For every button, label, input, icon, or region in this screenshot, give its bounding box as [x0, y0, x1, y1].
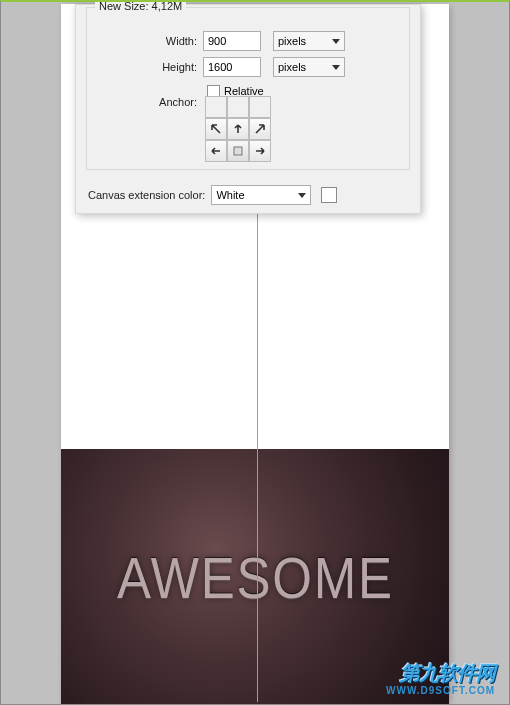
- extension-color-swatch[interactable]: [321, 187, 337, 203]
- arrow-up-icon: [231, 122, 245, 136]
- anchor-label: Anchor:: [87, 96, 203, 108]
- anchor-mid[interactable]: [227, 118, 249, 140]
- anchor-top[interactable]: [227, 96, 249, 118]
- extension-color-row: Canvas extension color: White: [88, 185, 337, 205]
- dropdown-arrow-icon: [298, 193, 306, 198]
- anchor-grid: [205, 96, 271, 162]
- anchor-top-left[interactable]: [205, 96, 227, 118]
- anchor-mid-right[interactable]: [249, 118, 271, 140]
- height-unit-select[interactable]: pixels: [273, 57, 345, 77]
- height-unit-text: pixels: [278, 61, 306, 73]
- anchor-bot-right[interactable]: [249, 140, 271, 162]
- arrow-right-icon: [253, 144, 267, 158]
- width-unit-text: pixels: [278, 35, 306, 47]
- dropdown-arrow-icon: [332, 65, 340, 70]
- arrow-up-left-icon: [209, 122, 223, 136]
- new-size-label: New Size:: [99, 0, 149, 12]
- dropdown-arrow-icon: [332, 39, 340, 44]
- anchor-center-square-icon: [231, 144, 245, 158]
- svg-rect-0: [234, 147, 242, 155]
- anchor-top-right[interactable]: [249, 96, 271, 118]
- anchor-bot[interactable]: [227, 140, 249, 162]
- width-label: Width:: [87, 35, 203, 47]
- arrow-up-right-icon: [253, 122, 267, 136]
- extension-color-value: White: [216, 189, 244, 201]
- artwork-preview: AWESOME: [61, 449, 449, 705]
- new-size-legend: New Size: 4,12M: [95, 0, 186, 12]
- height-input[interactable]: [203, 57, 261, 77]
- extension-color-label: Canvas extension color:: [88, 189, 205, 201]
- anchor-row: Anchor:: [87, 96, 271, 162]
- canvas-size-dialog: New Size: 4,12M Width: pixels Height: pi…: [75, 4, 421, 214]
- anchor-mid-left[interactable]: [205, 118, 227, 140]
- new-size-value: 4,12M: [152, 0, 183, 12]
- width-input[interactable]: [203, 31, 261, 51]
- height-label: Height:: [87, 61, 203, 73]
- height-row: Height: pixels: [87, 56, 345, 78]
- extension-color-select[interactable]: White: [211, 185, 311, 205]
- artwork-text: AWESOME: [116, 544, 393, 611]
- new-size-fieldset: New Size: 4,12M Width: pixels Height: pi…: [86, 7, 410, 170]
- anchor-bot-left[interactable]: [205, 140, 227, 162]
- arrow-left-icon: [209, 144, 223, 158]
- width-row: Width: pixels: [87, 30, 345, 52]
- width-unit-select[interactable]: pixels: [273, 31, 345, 51]
